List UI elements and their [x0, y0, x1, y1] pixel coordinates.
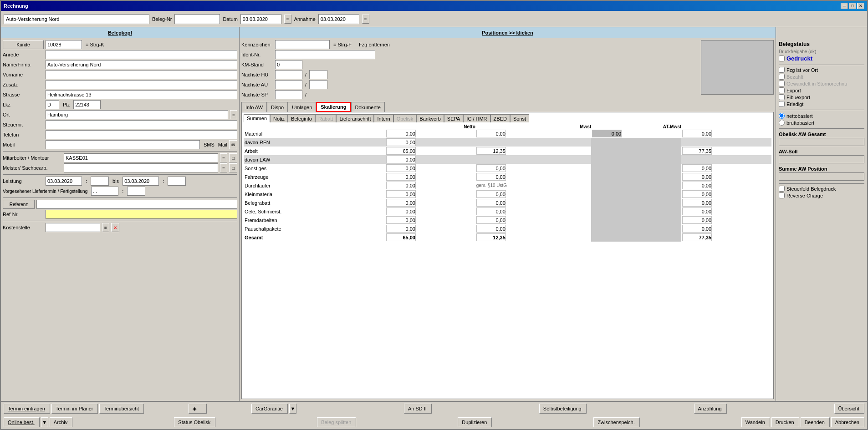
mitarbeiter-btn2[interactable]: □	[229, 153, 237, 162]
ort-menu-button[interactable]: ≡	[230, 110, 237, 119]
kunde-input[interactable]	[46, 40, 82, 49]
zwischenspeich-button[interactable]: Zwischenspeich.	[593, 417, 639, 427]
referenz-input[interactable]	[36, 200, 237, 209]
steuerfeld-checkbox[interactable]	[779, 186, 785, 192]
vorgesehen-date[interactable]	[91, 187, 118, 196]
duplizieren-button[interactable]: Duplizieren	[458, 417, 492, 427]
maximize-button[interactable]: □	[849, 3, 856, 9]
export-checkbox[interactable]	[779, 87, 785, 93]
gedruckt-checkbox[interactable]	[779, 56, 785, 61]
mobil-input[interactable]	[46, 140, 200, 149]
tab-skalierung[interactable]: Skalierung	[316, 102, 351, 112]
kennzeichen-input[interactable]	[275, 40, 330, 49]
telefon-input[interactable]	[46, 130, 237, 139]
gewandelt-checkbox[interactable]	[779, 81, 785, 86]
referenz-button[interactable]: Referenz	[3, 200, 35, 209]
leistung-to-input[interactable]	[123, 177, 159, 186]
annahme-input[interactable]: 03.03.2020	[318, 14, 359, 24]
plz-input[interactable]	[73, 100, 101, 109]
tab-dispo[interactable]: Dispo	[267, 102, 288, 112]
car-garantie-button[interactable]: CarGarantie	[251, 404, 288, 414]
meister-label: Meister/ Sachbearb.	[3, 165, 62, 171]
termin-planer-button[interactable]: Termin im Planer	[51, 404, 98, 414]
strasse-input[interactable]	[46, 90, 237, 99]
company-field[interactable]: Auto-Versicherung Nord	[4, 14, 149, 24]
fzg-vor-ort-checkbox[interactable]	[779, 67, 785, 73]
datum-input[interactable]: 03.03.2020	[240, 14, 281, 24]
bruttobasiert-radio[interactable]	[779, 120, 785, 126]
au-input[interactable]	[275, 80, 302, 89]
zusatz-input[interactable]	[46, 80, 237, 89]
kunde-button[interactable]: Kunde	[3, 40, 44, 49]
nettobasiert-radio[interactable]	[779, 113, 785, 119]
sub-tab-sepa[interactable]: SEPA	[444, 114, 464, 122]
leistung-from-time[interactable]	[91, 177, 109, 186]
mitarbeiter-input[interactable]	[64, 153, 218, 162]
leistung-to-time[interactable]	[168, 177, 186, 186]
mail-button[interactable]: ✉	[229, 140, 237, 149]
sub-tab-summen[interactable]: Summen	[244, 114, 270, 122]
mitarbeiter-menu[interactable]: ≡	[220, 153, 227, 162]
an-sd-ii-button[interactable]: An SD II	[404, 404, 432, 414]
steuernr-input[interactable]	[46, 120, 237, 129]
sub-tab-bankverb[interactable]: Bankverb	[416, 114, 444, 122]
tab-dokumente[interactable]: Dokumente	[351, 102, 385, 112]
reverse-charge-checkbox[interactable]	[779, 192, 785, 198]
kostenstelle-input[interactable]	[46, 223, 100, 232]
name-input[interactable]	[46, 60, 237, 69]
sp-input[interactable]	[275, 90, 302, 99]
kostenstelle-menu[interactable]: ≡	[102, 223, 109, 232]
hu-input2[interactable]	[309, 70, 327, 79]
online-best-dropdown[interactable]: ▼	[41, 417, 48, 427]
sub-tab-zbed[interactable]: ZBED	[490, 114, 510, 122]
abbrechen-button[interactable]: Abbrechen	[831, 417, 864, 427]
positionen-header[interactable]: Positionen >> klicken	[482, 30, 533, 35]
fibuexport-checkbox[interactable]	[779, 94, 785, 100]
km-input[interactable]	[275, 60, 302, 69]
meister-menu[interactable]: ≡	[220, 163, 227, 172]
tab-info-aw[interactable]: Info AW	[241, 102, 267, 112]
datum-icon[interactable]: ≡	[284, 15, 291, 24]
vorgesehen-time[interactable]	[127, 187, 145, 196]
anzahlung-button[interactable]: Anzahlung	[694, 404, 727, 414]
sub-tab-lieferanschrift[interactable]: Lieferanschrift	[336, 114, 374, 122]
meister-btn2[interactable]: □	[229, 163, 237, 172]
wandeln-button[interactable]: Wandeln	[741, 417, 770, 427]
kennzeichen-label: Kennzeichen	[241, 42, 273, 47]
leistung-from-input[interactable]	[46, 177, 82, 186]
online-best-button[interactable]: Online best.	[4, 417, 40, 427]
ort-input[interactable]	[46, 110, 228, 119]
anrede-input[interactable]	[46, 50, 237, 59]
terminuebersicht-button[interactable]: Terminübersicht	[99, 404, 144, 414]
drucken-button[interactable]: Drucken	[771, 417, 799, 427]
vorname-input[interactable]	[46, 70, 237, 79]
car-garantie-dropdown[interactable]: ▼	[289, 404, 296, 414]
beenden-button[interactable]: Beenden	[801, 417, 830, 427]
sub-tab-intern[interactable]: Intern	[374, 114, 393, 122]
sub-tab-notiz[interactable]: Notiz	[270, 114, 288, 122]
au-input2[interactable]	[309, 80, 327, 89]
beleg-nr-input[interactable]	[174, 14, 220, 24]
status-obelisk-button[interactable]: Status Obelisk	[174, 417, 215, 427]
tab-umlagen[interactable]: Umlagen	[288, 102, 316, 112]
annahme-icon[interactable]: ≡	[362, 15, 369, 24]
termin-eintragen-button[interactable]: Termin eintragen	[4, 404, 50, 414]
minimize-button[interactable]: ─	[841, 3, 848, 9]
archiv-button[interactable]: Archiv	[50, 417, 73, 427]
sub-tab-beleginfo[interactable]: Beleginfo	[288, 114, 315, 122]
selbstbeteiligung-button[interactable]: Selbstbeteiligung	[539, 404, 587, 414]
hu-input[interactable]	[275, 70, 302, 79]
lkz-input[interactable]	[46, 100, 59, 109]
close-button[interactable]: ✕	[857, 3, 864, 9]
meister-input[interactable]	[64, 163, 218, 172]
row-label: Belegrabatt	[244, 198, 385, 207]
sub-tab-ic-hmr[interactable]: IC / HMR	[463, 114, 490, 122]
ident-input[interactable]	[275, 50, 375, 59]
fingerprint-button[interactable]: ◈	[189, 404, 207, 414]
bezahlt-checkbox[interactable]	[779, 74, 785, 80]
uebersicht-button[interactable]: Übersicht	[834, 404, 864, 414]
kostenstelle-x[interactable]: ✕	[111, 223, 119, 232]
erledigt-checkbox[interactable]	[779, 101, 785, 107]
ref-nr-input[interactable]	[46, 210, 237, 219]
sub-tab-sonst[interactable]: Sonst	[510, 114, 529, 122]
